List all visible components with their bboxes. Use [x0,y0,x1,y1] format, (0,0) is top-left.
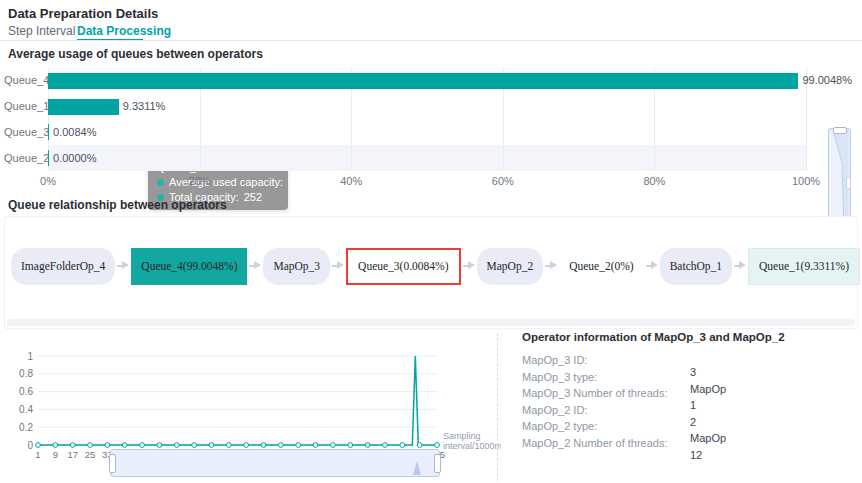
data-point-marker[interactable] [105,443,110,448]
data-point-marker[interactable] [417,443,422,448]
flow-arrow-icon [545,265,557,267]
operator-info-title: Operator information of MapOp_3 and MapO… [522,331,785,343]
page-title: Data Preparation Details [8,6,158,21]
x-axis-tick-label: 0% [40,175,56,187]
info-row: MapOp_3 ID:3 [522,354,852,366]
data-point-marker[interactable] [70,443,75,448]
bar-value-label: 9.3311% [123,100,166,112]
data-point-marker[interactable] [278,443,283,448]
data-point-marker[interactable] [209,443,214,448]
data-point-marker[interactable] [226,443,231,448]
usage-bar-queue_1[interactable] [48,99,119,115]
queue-usage-bar-chart[interactable]: Queue_2 Average used capacity:0Total cap… [0,60,862,190]
datazoom-handle-right[interactable] [434,454,441,473]
info-row: MapOp_3 Number of threads:1 [522,387,852,399]
data-point-marker[interactable] [244,443,249,448]
data-preparation-details-page: Data Preparation Details Step Interval D… [0,0,862,483]
x-axis-tick-label: 40% [340,175,362,187]
usage-bar-queue_2[interactable] [48,150,49,166]
hovered-row-band [48,145,806,171]
data-point-marker[interactable] [157,443,162,448]
data-point-marker[interactable] [400,443,405,448]
horizontal-datazoom-slider[interactable] [110,449,440,477]
flow-node-imagefolderop_4[interactable]: ImageFolderOp_4 [11,248,115,285]
panel-divider [497,333,498,481]
data-point-marker[interactable] [36,443,41,448]
data-point-marker[interactable] [174,443,179,448]
info-row-label: MapOp_3 ID: [522,354,852,366]
info-row-label: MapOp_3 Number of threads: [522,387,852,399]
tab-step-interval[interactable]: Step Interval [8,24,75,38]
y-axis-tick-label: 0.4 [19,404,33,415]
flow-node-mapop_3[interactable]: MapOp_3 [263,248,330,285]
info-row-label: MapOp_2 type: [522,420,852,432]
info-row-label: MapOp_2 ID: [522,404,852,416]
queue-usage-section-title: Average usage of queues between operator… [8,47,263,61]
datazoom-handle-left[interactable] [109,454,116,473]
y-axis-tick-label: 0.6 [19,386,33,397]
category-label: Queue_2 [4,152,44,164]
data-point-marker[interactable] [122,443,127,448]
series-dot-icon [157,179,164,186]
flow-node-batchop_1[interactable]: BatchOp_1 [660,248,732,285]
info-row: MapOp_2 ID:2 [522,404,852,416]
bar-value-label: 99.0048% [802,74,852,86]
data-point-marker[interactable] [296,443,301,448]
tabs-divider [0,40,862,41]
data-point-marker[interactable] [53,443,58,448]
x-axis-tick-label: 80% [643,175,665,187]
tab-data-processing[interactable]: Data Processing [77,24,171,38]
category-label: Queue_3 [4,126,44,138]
info-row: MapOp_2 Number of threads:12 [522,437,852,449]
flow-node-queue_2[interactable]: Queue_2(0%) [559,248,644,285]
data-point-marker[interactable] [313,443,318,448]
y-axis-tick-label: 0 [27,440,33,451]
info-row-value: 12 [690,449,702,461]
data-point-marker[interactable] [140,443,145,448]
data-point-marker[interactable] [192,443,197,448]
flow-arrow-icon [249,265,261,267]
bar-value-label: 0.0000% [53,152,96,164]
data-point-marker[interactable] [331,443,336,448]
datazoom-spike-shadow [413,461,421,475]
info-row-label: MapOp_2 Number of threads: [522,437,852,449]
flow-node-queue_3[interactable]: Queue_3(0.0084%) [346,248,460,285]
data-point-marker[interactable] [88,443,93,448]
tooltip-item-value: 252 [244,191,262,203]
flow-arrow-icon [646,265,658,267]
info-row: MapOp_3 type:MapOp [522,371,852,383]
diagram-scrollbar[interactable] [7,319,855,326]
x-axis-tick-label: 20% [189,175,211,187]
data-point-marker[interactable] [365,443,370,448]
flow-arrow-icon [463,265,475,267]
x-axis-tick-label: 9 [53,449,58,460]
y-axis-tick-label: 1 [27,351,33,362]
flow-node-mapop_2[interactable]: MapOp_2 [477,248,544,285]
x-axis-tick-label: 60% [492,175,514,187]
data-point-marker[interactable] [383,443,388,448]
y-axis-tick-label: 0.8 [19,368,33,379]
usage-bar-queue_4[interactable] [48,73,798,89]
datazoom-handle-top[interactable] [833,127,847,134]
tooltip-item-value: 0 [288,176,294,188]
flow-node-queue_4[interactable]: Queue_4(99.0048%) [131,248,247,285]
data-point-marker[interactable] [348,443,353,448]
x-axis-name: Samplinginterval/1000ms [443,431,501,453]
data-point-marker[interactable] [435,443,440,448]
tooltip-item-label: Average used capacity: [169,176,283,188]
bar-value-label: 0.0084% [53,126,96,138]
queue-relationship-diagram: ImageFolderOp_4Queue_4(99.0048%)MapOp_3Q… [4,216,858,329]
datazoom-nub[interactable] [846,177,851,189]
series-line [38,356,437,445]
category-label: Queue_4 [4,74,44,86]
y-axis-tick-label: 0.2 [19,422,33,433]
category-label: Queue_1 [4,100,44,112]
data-point-marker[interactable] [261,443,266,448]
flow-arrow-icon [734,265,746,267]
queue-relationship-section-title: Queue relationship between operators [8,198,227,212]
usage-bar-queue_3[interactable] [48,124,49,140]
info-row-label: MapOp_3 type: [522,371,852,383]
flow-arrow-icon [332,265,344,267]
flow-node-queue_1[interactable]: Queue_1(9.3311%) [748,248,860,285]
x-axis-tick-label: 1 [35,449,40,460]
